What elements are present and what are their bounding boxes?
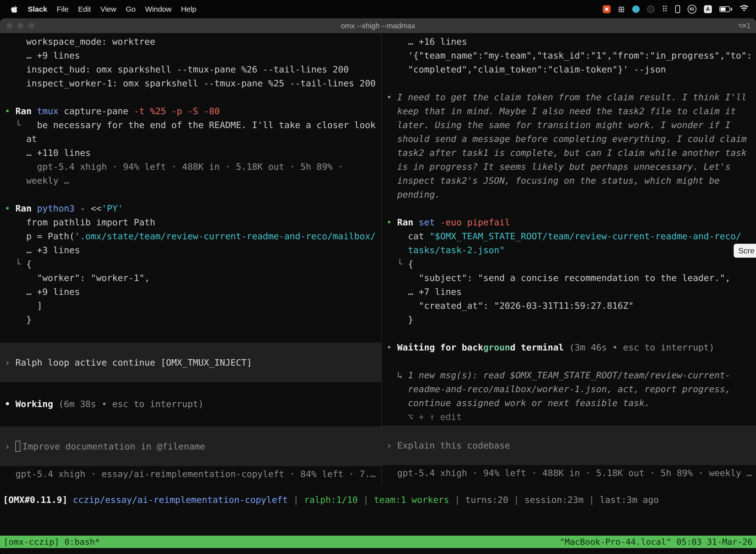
battery-icon[interactable]	[719, 6, 732, 12]
terminal-line: └ be necessary for the end of the README…	[0, 118, 381, 132]
terminal-line: at	[0, 132, 381, 146]
battery-fill	[720, 7, 726, 11]
right-pane[interactable]: … +16 lines '{"team_name":"my-team","tas…	[382, 33, 756, 484]
menu-go[interactable]: Go	[126, 5, 136, 13]
terminal-line: … +9 lines	[0, 285, 381, 299]
terminal-line: inspect_worker-1: omx sparkshell --tmux-…	[0, 76, 381, 90]
left-terminal-output: workspace_mode: worktree … +9 lines insp…	[0, 35, 381, 327]
left-pane-status-line: gpt-5.4 xhigh · essay/ai-reimplementatio…	[0, 467, 381, 481]
terminal-line	[382, 76, 756, 90]
terminal-line: • I need to get the claim token from the…	[382, 90, 756, 104]
terminal-line: ]	[0, 299, 381, 313]
terminal-line: ⌥ + ↑ edit	[382, 410, 756, 424]
teal-app-icon[interactable]	[632, 5, 640, 13]
terminal-line: … +9 lines	[0, 49, 381, 63]
input-placeholder: Improve documentation in @filename	[22, 441, 205, 451]
working-status-line: • Working (6m 38s • esc to interrupt)	[0, 397, 381, 411]
zoom-button[interactable]	[28, 23, 34, 29]
terminal-line: … +7 lines	[382, 285, 756, 299]
terminal-line: }	[382, 313, 756, 327]
terminal-line: inspect task2's JSON, focusing on the st…	[382, 174, 756, 188]
terminal-line: └ {	[0, 257, 381, 271]
terminal-line: … +3 lines	[0, 243, 381, 257]
tmux-status-bar: [omx-cczip] 0:bash* "MacBook-Pro-44.loca…	[0, 536, 756, 548]
terminal-window: omx --xhigh --madmax ⌥⌘1 workspace_mode:…	[0, 18, 756, 554]
window-title: omx --xhigh --madmax	[0, 21, 756, 30]
terminal-line: weekly …	[0, 174, 381, 188]
screen-recording-indicator-icon[interactable]	[603, 5, 611, 13]
terminal-line	[0, 188, 381, 202]
left-inject-row[interactable]: › Ralph loop active continue [OMX_TMUX_I…	[0, 342, 381, 382]
terminal-line	[382, 327, 756, 340]
prompt-chevron: ›	[386, 440, 397, 450]
menu-bar-status-icons: 61 A	[603, 5, 749, 14]
tmux-panes: workspace_mode: worktree … +9 lines insp…	[0, 33, 756, 484]
menu-bar: Slack FileEditViewGoWindowHelp 61 A	[0, 0, 756, 18]
phone-icon[interactable]	[675, 5, 680, 13]
terminal-line: '{"team_name":"my-team","task_id":"1","f…	[382, 49, 756, 63]
terminal-line	[382, 202, 756, 215]
terminal-line: cat "$OMX_TEAM_STATE_ROOT/team/review-cu…	[382, 229, 756, 243]
terminal-line: tasks/task-2.json"	[382, 243, 756, 257]
terminal-line: • Ran set -euo pipefail	[382, 215, 756, 229]
input-placeholder: Explain this codebase	[397, 440, 510, 450]
terminal-line: is in progress? It seems likely but perh…	[382, 160, 756, 174]
tmux-host-clock: "MacBook-Pro-44.local" 05:03 31-Mar-26	[560, 537, 753, 547]
left-input-box[interactable]: › Improve documentation in @filename	[0, 427, 381, 466]
terminal-line	[0, 90, 381, 104]
battery-gauge-icon[interactable]: 61	[688, 5, 696, 14]
terminal-line: … +16 lines	[382, 35, 756, 49]
window-shortcut-hint: ⌥⌘1	[738, 18, 751, 33]
terminal-line: • Ran tmux capture-pane -t %25 -p -S -80	[0, 104, 381, 118]
menu-edit[interactable]: Edit	[78, 5, 91, 13]
right-input-box[interactable]: › Explain this codebase	[382, 426, 756, 465]
prompt-chevron: ›	[5, 357, 15, 368]
window-grid-icon[interactable]	[618, 5, 625, 13]
input-source-icon[interactable]: A	[704, 5, 712, 13]
terminal-line: "worker": "worker-1",	[0, 271, 381, 285]
terminal-line: └ {	[382, 257, 756, 271]
close-button[interactable]	[6, 23, 12, 29]
window-titlebar[interactable]: omx --xhigh --madmax ⌥⌘1	[0, 18, 756, 33]
minimize-button[interactable]	[17, 23, 23, 29]
terminal-line: "created_at": "2026-03-31T11:59:27.816Z"	[382, 299, 756, 313]
omx-status-bar: [OMX#0.11.9] cczip/essay/ai-reimplementa…	[0, 493, 756, 507]
terminal-line: • Ran python3 - <<'PY'	[0, 202, 381, 215]
menu-help[interactable]: Help	[181, 5, 196, 13]
apple-menu-icon[interactable]	[11, 5, 18, 13]
record-dot-icon	[605, 8, 608, 11]
battery-body	[719, 6, 730, 12]
terminal-line: should send a message before completing …	[382, 132, 756, 146]
terminal-line: workspace_mode: worktree	[0, 35, 381, 49]
terminal-line: }	[0, 313, 381, 327]
terminal-line: ↳ 1 new msg(s): read $OMX_TEAM_STATE_ROO…	[382, 368, 756, 382]
terminal-line: "subject": "send a concise recommendatio…	[382, 271, 756, 285]
terminal-line: pending.	[382, 188, 756, 202]
traffic-lights	[6, 18, 34, 33]
terminal-line: readme-and-reco/mailbox/worker-1.json, a…	[382, 382, 756, 396]
tmux-session-info: [omx-cczip] 0:bash*	[3, 537, 100, 547]
screen-overlay-tooltip: Scre	[734, 244, 756, 258]
terminal-line: task2 after task1 is complete, but can I…	[382, 146, 756, 160]
terminal-line: inspect_hud: omx sparkshell --tmux-pane …	[0, 63, 381, 76]
dots-grid-icon[interactable]	[662, 5, 668, 13]
screen: Slack FileEditViewGoWindowHelp 61 A	[0, 0, 756, 554]
dark-app-icon[interactable]	[647, 5, 654, 13]
terminal-line: continue assigned work or next feasible …	[382, 396, 756, 410]
menu-view[interactable]: View	[100, 5, 116, 13]
left-pane[interactable]: workspace_mode: worktree … +9 lines insp…	[0, 33, 382, 484]
menu-items: FileEditViewGoWindowHelp	[57, 5, 196, 13]
text-cursor	[15, 441, 20, 452]
menu-file[interactable]: File	[57, 5, 68, 13]
right-terminal-output: … +16 lines '{"team_name":"my-team","tas…	[382, 35, 756, 424]
wifi-icon[interactable]	[740, 5, 749, 14]
terminal-line: later. Using the same for transition mig…	[382, 118, 756, 132]
terminal-line	[382, 354, 756, 368]
terminal-line: "completed","claim_token":"claim-token"}…	[382, 63, 756, 76]
prompt-chevron: ›	[5, 441, 15, 451]
terminal-line: from pathlib import Path	[0, 215, 381, 229]
battery-tip	[731, 8, 732, 11]
menu-window[interactable]: Window	[145, 5, 172, 13]
right-pane-status-line: gpt-5.4 xhigh · 94% left · 488K in · 5.1…	[382, 466, 756, 480]
menu-app-name[interactable]: Slack	[28, 5, 47, 13]
